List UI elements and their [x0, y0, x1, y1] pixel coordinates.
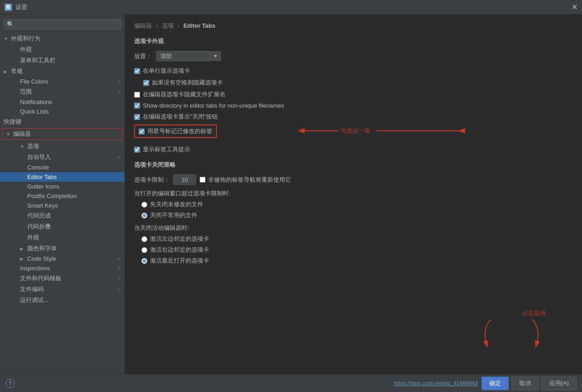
sidebar-label-options: 选项 — [27, 142, 39, 150]
placement-dropdown-arrow[interactable]: ▼ — [211, 51, 221, 61]
hide-if-no-space-checkbox[interactable] — [143, 80, 149, 86]
placement-row: 放置： 顶部 底部 左侧 右侧 ▼ — [134, 51, 573, 61]
tab-closing-section-title: 选项卡关闭策略 — [134, 161, 573, 169]
content-area: 编辑器 › 选项 › Editor Tabs 选项卡外观 放置： 顶部 底部 左… — [125, 15, 582, 374]
single-row-setting: 在单行显示选项卡 — [134, 67, 573, 75]
non-modified-checkbox[interactable] — [200, 177, 206, 183]
close-unmodified-label[interactable]: 先关闭未修改的文件 — [150, 200, 203, 208]
breadcrumb-part-1: 编辑器 — [134, 22, 152, 29]
sidebar-item-auto-import[interactable]: 自动导入 ⎘ — [0, 152, 125, 163]
activate-recent-row: 激活最近打开的选项卡 — [141, 257, 573, 265]
show-close-btn-label[interactable]: 在编辑选项卡显示"关闭"按钮 — [134, 113, 218, 121]
sidebar-item-appearance-sub[interactable]: 外观 — [0, 44, 125, 55]
sidebar-item-color-font[interactable]: 颜色和字体 — [0, 243, 125, 254]
show-tooltips-label[interactable]: 显示标签工具提示 — [134, 145, 190, 154]
sidebar-item-shortcuts[interactable]: 快捷键 — [0, 116, 125, 127]
sidebar-item-console[interactable]: Console — [0, 163, 125, 172]
annotation-arrow-apply-right — [518, 319, 546, 347]
sidebar-label-menu-toolbar: 菜单和工具栏 — [20, 56, 55, 65]
sidebar-item-appearance[interactable]: 外观和行为 — [0, 33, 125, 44]
sidebar-item-postfix-completion[interactable]: Postfix Completion — [0, 191, 125, 201]
annotation-arrow-left — [302, 126, 339, 135]
search-input[interactable] — [16, 21, 118, 28]
sidebar-item-smart-keys[interactable]: Smart Keys — [0, 201, 125, 210]
sidebar-item-editor-tabs[interactable]: Editor Tabs — [0, 172, 125, 182]
sidebar-item-editor[interactable]: 编辑器 — [2, 129, 122, 139]
hide-if-no-space-label[interactable]: 如果没有空格则隐藏选项卡 — [143, 79, 223, 87]
close-button[interactable]: ✕ — [572, 4, 577, 11]
activate-left-row: 激活左边邻近的选项卡 — [141, 235, 573, 243]
show-tooltips-checkbox[interactable] — [134, 147, 140, 153]
activate-recent-label[interactable]: 激活最近打开的选项卡 — [150, 257, 209, 265]
sidebar-item-code-style[interactable]: Code Style ⎘ — [0, 254, 125, 263]
sidebar-item-gutter-icons[interactable]: Gutter Icons — [0, 182, 125, 191]
placement-select[interactable]: 顶部 底部 左侧 右侧 — [156, 51, 211, 61]
sidebar-item-options[interactable]: 选项 — [0, 141, 125, 152]
apply-button[interactable]: 应用(A) — [542, 377, 577, 390]
sidebar-item-appearance-editor[interactable]: 外观 — [0, 232, 125, 243]
confirm-button[interactable]: 确定 — [482, 377, 509, 390]
url-link[interactable]: https://blog.csdn.net/qq_41488943 — [394, 380, 478, 387]
sidebar-item-more[interactable]: 运行调试... — [0, 295, 125, 306]
sidebar-label-editor-tabs: Editor Tabs — [27, 174, 57, 180]
star-modified-checkbox[interactable] — [139, 129, 145, 134]
sidebar-item-regular[interactable]: 常规 — [0, 66, 125, 77]
single-row-checkbox[interactable] — [134, 68, 140, 74]
activate-left-label[interactable]: 激活左边邻近的选项卡 — [150, 235, 209, 243]
search-box[interactable]: 🔍 — [4, 19, 121, 30]
hide-extension-text: 在编辑器选项卡隐藏文件扩展名 — [143, 90, 226, 99]
sidebar-item-file-code-templates[interactable]: 文件和代码模板 ⎘ — [0, 273, 125, 284]
action-buttons: 确定 取消 应用(A) — [482, 377, 577, 390]
sidebar-item-notifications[interactable]: Notifications — [0, 97, 125, 107]
activate-recent-radio[interactable] — [141, 258, 147, 264]
sidebar-label-gutter-icons: Gutter Icons — [27, 183, 60, 190]
show-close-btn-checkbox[interactable] — [134, 114, 140, 120]
breadcrumb: 编辑器 › 选项 › Editor Tabs — [134, 22, 573, 30]
show-directory-label[interactable]: Show directory in editor tabs for non-un… — [134, 102, 284, 109]
hide-extension-label[interactable]: 在编辑器选项卡隐藏文件扩展名 — [134, 90, 226, 99]
tab-limit-input[interactable] — [173, 174, 196, 185]
sidebar-item-code-completion[interactable]: 代码完成 — [0, 210, 125, 221]
hide-extension-checkbox[interactable] — [134, 92, 140, 98]
sidebar-label-file-encoding: 文件编码 — [20, 285, 44, 293]
hide-if-no-space-text: 如果没有空格则隐藏选项卡 — [152, 79, 223, 87]
bottom-bar: ? https://blog.csdn.net/qq_41488943 确定 取… — [0, 374, 582, 392]
sidebar-label-appearance-sub: 外观 — [20, 45, 32, 54]
close-unused-radio[interactable] — [141, 213, 147, 218]
sidebar-label-postfix-completion: Postfix Completion — [27, 193, 76, 199]
sidebar-item-code-folding[interactable]: 代码折叠 — [0, 221, 125, 232]
help-button[interactable]: ? — [5, 379, 15, 388]
close-unused-label[interactable]: 关闭不常用的文件 — [150, 211, 197, 219]
activate-right-radio[interactable] — [141, 247, 147, 253]
sidebar-label-smart-keys: Smart Keys — [27, 202, 58, 209]
non-modified-text: 非修饰的标签导航将重新使用它 — [208, 176, 291, 184]
non-modified-label[interactable]: 非修饰的标签导航将重新使用它 — [200, 176, 291, 184]
copy-icon-inspections: ⎘ — [118, 266, 121, 271]
annotation-arrow-apply-left — [477, 319, 505, 347]
activate-left-radio[interactable] — [141, 236, 147, 242]
annotation-arrows-apply — [477, 319, 546, 347]
close-unmodified-radio[interactable] — [141, 202, 147, 208]
copy-icon-file-code-templates: ⎘ — [118, 276, 121, 281]
sidebar-item-scope[interactable]: 范围 ⎘ — [0, 86, 125, 97]
single-row-label[interactable]: 在单行显示选项卡 — [134, 67, 190, 75]
chevron-color-font — [20, 246, 25, 251]
cancel-button[interactable]: 取消 — [512, 377, 539, 390]
sidebar-item-quick-lists[interactable]: Quick Lists — [0, 107, 125, 116]
search-icon: 🔍 — [7, 21, 14, 28]
hide-if-no-space-setting: 如果没有空格则隐藏选项卡 — [143, 79, 573, 87]
activate-right-label[interactable]: 激活右边邻近的选项卡 — [150, 246, 209, 254]
show-tooltips-text: 显示标签工具提示 — [143, 145, 190, 154]
sidebar-item-file-colors[interactable]: File Colors ⎘ — [0, 77, 125, 86]
sidebar-item-inspections[interactable]: Inspections ⎘ — [0, 263, 125, 273]
annotation-check-this: 勾选这一项 — [302, 126, 467, 135]
show-directory-checkbox[interactable] — [134, 103, 140, 109]
sidebar-label-shortcuts: 快捷键 — [4, 118, 21, 126]
sidebar: 🔍 外观和行为 外观 菜单和工具栏 常规 File Colors ⎘ 范围 ⎘ … — [0, 15, 125, 374]
sidebar-label-appearance: 外观和行为 — [11, 35, 40, 43]
sidebar-item-menu-toolbar[interactable]: 菜单和工具栏 — [0, 55, 125, 66]
sidebar-item-file-encoding[interactable]: 文件编码 ⎘ — [0, 284, 125, 295]
single-row-text: 在单行显示选项卡 — [143, 67, 190, 75]
when-exceed-label: 当打开的编辑窗口超过选项卡限制时: — [134, 189, 573, 198]
app-icon: 图 — [5, 4, 12, 11]
